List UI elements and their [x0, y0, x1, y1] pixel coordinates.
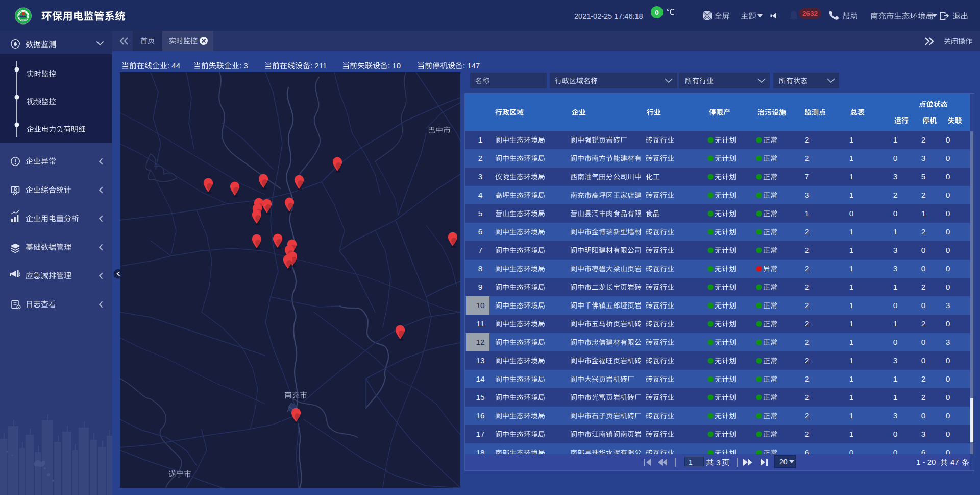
- svg-text:: 147: : 147: [463, 61, 480, 70]
- svg-text:: 3: : 3: [239, 61, 248, 70]
- svg-text:: 211: : 211: [310, 61, 327, 70]
- svg-text:: 10: : 10: [388, 61, 401, 70]
- svg-text:: 44: : 44: [167, 61, 180, 70]
